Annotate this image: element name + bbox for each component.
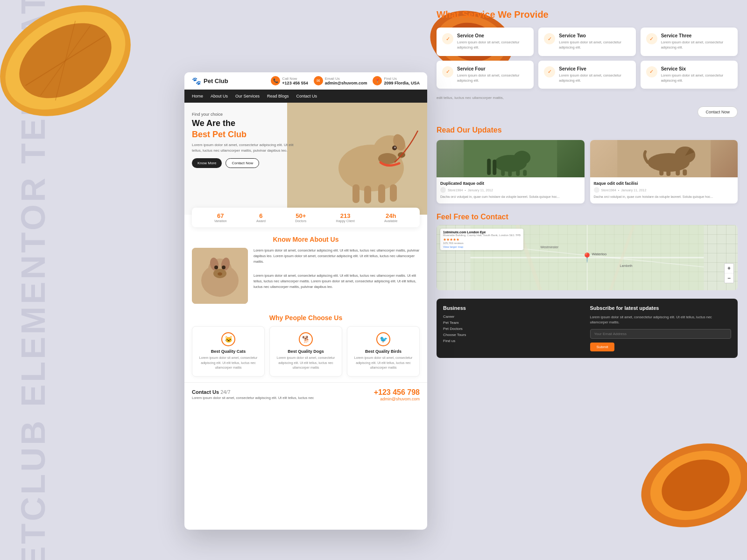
why-section: Why People Choose Us 🐱 Best Quality Cats… [184,308,427,382]
svg-rect-40 [487,159,491,175]
map-pin: 📍 [581,252,593,263]
right-contact-section: Feel Free to Contact Waterloo Lambeth We… [427,208,747,295]
nav-services[interactable]: Our Services [235,94,260,98]
nav-about[interactable]: About Us [211,94,228,98]
update-1-date: January 11, 2012 [468,189,493,192]
dog-placeholder [287,103,427,215]
footer-email-input[interactable] [590,329,732,339]
service-card-6: ✓ Service Six Lorem ipsum dolor sit amet… [641,61,738,89]
svg-rect-21 [364,186,371,203]
email-icon: ✉ [314,76,323,85]
service-3-desc: Lorem ipsum dolor sit amet, consectetur … [661,40,732,50]
hero-description: Lorem ipsum dolor sit amet, consectetur … [192,142,295,154]
stat-award-label: Award [256,219,266,223]
update-1-body: Duplicated Itaque odit Store1984 • Janua… [437,177,585,203]
service-3-title: Service Three [661,33,732,38]
map-reviews: 105,763 reviews [443,242,521,245]
contact-email: admin@shuvom.com [374,397,420,401]
service-3-icon: ✓ [646,33,657,44]
update-1-avatar [440,187,446,193]
service-1-desc: Lorem ipsum dolor sit amet, consectetur … [457,40,528,50]
stat-variation: 67 Variation [214,212,227,223]
service-5-icon: ✓ [544,66,555,77]
zoom-out-button[interactable]: − [725,273,733,283]
update-2-author: Store1984 [601,189,616,192]
header-contacts: 📞 Call Now +123 456 554 ✉ Email Us admin… [271,76,420,85]
nav-contact[interactable]: Contact Us [296,94,317,98]
update-2-meta: Store1984 • January 11, 2012 [594,187,734,193]
nav-blogs[interactable]: Read Blogs [267,94,289,98]
nav-home[interactable]: Home [192,94,203,98]
zoom-in-button[interactable]: + [725,264,733,273]
cats-icon: 🐱 [221,332,235,346]
update-1-title: Duplicated Itaque odit [440,181,581,186]
map-address: Riverside Building, County Hall, South B… [443,234,521,237]
hero-find-text: Find your choice [192,112,295,117]
footer-link-findus[interactable]: Find us [443,339,585,343]
contact-bottom-title: Contact Us 24/7 [192,389,314,395]
svg-point-32 [218,273,222,276]
stat-doctors: 50+ Doctors [295,212,306,223]
map-zoom-controls[interactable]: + − [724,263,734,283]
footer-link-petteam[interactable]: Pet Team [443,321,585,325]
why-card-dogs: 🐕 Best Quality Dogs Lorem ipsum dolor si… [269,326,342,377]
update-1-author: Store1984 [448,189,463,192]
update-card-1: Duplicated Itaque odit Store1984 • Janua… [437,140,585,203]
service-card-4: ✓ Service Four Lorem ipsum dolor sit ame… [437,61,534,89]
service-card-1: ✓ Service One Lorem ipsum dolor sit amet… [437,28,534,56]
service-4-desc: Lorem ipsum dolor sit amet, consectetur … [457,73,528,84]
footer-subscribe-col: Subscribe for latest updates Lorem ipsum… [590,305,732,352]
service-card-2: ✓ Service Two Lorem ipsum dolor sit amet… [538,28,635,56]
stat-clients-label: Happy Client [336,219,355,223]
stat-clients: 213 Happy Client [336,212,355,223]
svg-point-44 [675,147,695,163]
location-icon: 📍 [373,76,382,85]
header-email: ✉ Email Us admin@shuvom.com [314,76,367,85]
stat-doctors-label: Doctors [295,219,306,223]
site-nav: Home About Us Our Services Read Blogs Co… [184,90,427,103]
about-text-1: Lorem ipsum dolor sit amet, consectetur … [254,248,420,265]
svg-rect-49 [683,169,687,175]
svg-text:Westminster: Westminster [541,245,559,249]
contact-now-hero-button[interactable]: Contact Now [226,158,259,168]
about-content: Lorem ipsum dolor sit amet, consectetur … [192,248,420,304]
service-1-title: Service One [457,33,528,38]
about-text-block: Lorem ipsum dolor sit amet, consectetur … [254,248,420,304]
svg-rect-23 [390,184,397,202]
svg-rect-39 [523,170,527,176]
email-label: Email Us [325,77,367,81]
logo: 🐾 Pet Club [192,77,228,85]
footer-section: Business Career Pet Team Pet Doctors Cho… [437,299,738,358]
map-info-box: 1stminute.com London Eye Riverside Build… [440,229,523,250]
svg-point-30 [214,266,218,269]
stat-variation-label: Variation [214,219,227,223]
email-value: admin@shuvom.com [325,81,367,85]
call-value: +123 456 554 [282,81,308,85]
footer-link-choosetours[interactable]: Choose Tours [443,333,585,337]
why-title: Why People Choose Us [192,314,420,322]
footer-business-title: Business [443,305,585,311]
services-contact-button[interactable]: Contact Now [698,106,738,118]
birds-icon: 🐦 [376,332,390,346]
footer-submit-button[interactable]: Submit [590,343,615,351]
map-larger-link[interactable]: View larger map [443,245,521,248]
svg-text:Waterloo: Waterloo [592,252,607,256]
svg-rect-38 [516,169,520,176]
hero-section: Find your choice We Are the Best Pet Clu… [184,103,427,215]
hero-buttons: Know More Contact Now [192,158,295,168]
right-panel: What Service We Provide ✓ Service One Lo… [427,0,747,560]
update-2-body: Itaque odit odit facilisi Store1984 • Ja… [590,177,738,203]
service-5-title: Service Five [559,66,630,71]
footer-link-career[interactable]: Career [443,315,585,319]
svg-point-35 [514,151,530,165]
hero-content: Find your choice We Are the Best Pet Clu… [192,112,295,168]
update-2-avatar [594,187,599,193]
call-icon: 📞 [271,76,280,85]
know-more-button[interactable]: Know More [192,158,222,168]
stat-clients-num: 213 [336,212,355,219]
findus-value: 2099 Flordia, USA [384,81,420,85]
footer-link-petdoctors[interactable]: Pet Doctors [443,327,585,331]
stat-doctors-num: 50+ [295,212,306,219]
svg-rect-22 [378,184,385,203]
service-2-desc: Lorem ipsum dolor sit amet, consectetur … [559,40,630,50]
